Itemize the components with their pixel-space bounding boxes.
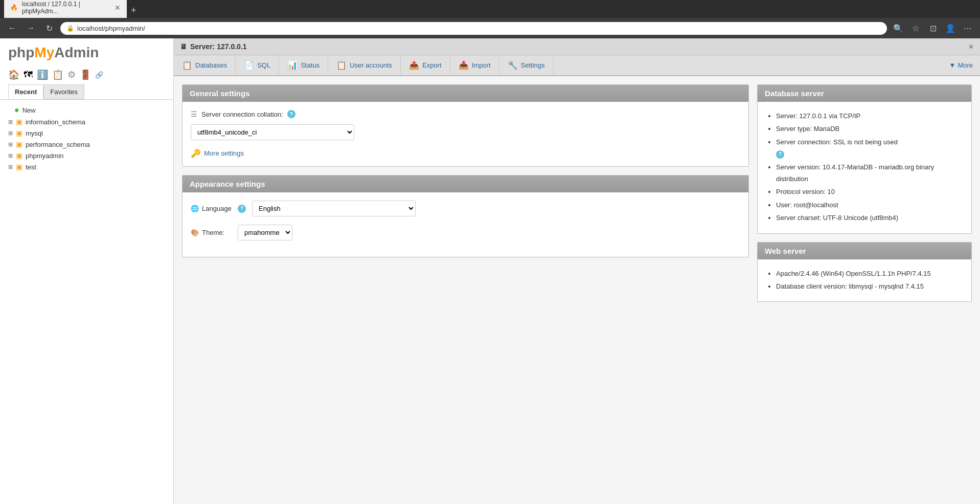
db-name: performance_schema	[26, 141, 90, 148]
tab-search-icon[interactable]: ⊡	[926, 21, 940, 35]
key-icon: 🔑	[191, 148, 201, 158]
web-server-title: Web server	[765, 247, 806, 255]
new-database-item[interactable]: ● New	[0, 104, 173, 116]
collation-select[interactable]: utf8mb4_unicode_ci	[191, 124, 354, 140]
logo-admin: Admin	[54, 45, 99, 60]
list-item[interactable]: ⊞ ▣ information_schema	[0, 116, 173, 127]
database-server-header: Database server	[758, 85, 971, 102]
list-item: Server version: 10.4.17-MariaDB - mariad…	[776, 161, 963, 185]
sidebar-tabs: Recent Favorites	[0, 84, 173, 100]
sidebar: phpMyAdmin 🏠 🗺 ℹ️ 📋 ⚙ 🚪 🔗 Recent Favorit…	[0, 38, 174, 504]
recent-tab[interactable]: Recent	[8, 84, 43, 99]
server-charset: Server charset: UTF-8 Unicode (utf8mb4)	[776, 214, 898, 222]
logo: phpMyAdmin	[8, 45, 99, 60]
info-icon[interactable]: ℹ️	[37, 69, 48, 80]
list-item: Database client version: libmysql - mysq…	[776, 280, 963, 292]
logo-php: php	[8, 45, 34, 60]
database-list: ● New ⊞ ▣ information_schema ⊞ ▣ mysql ⊞…	[0, 100, 173, 504]
import-icon: 📥	[459, 60, 469, 70]
server-connection: Server connection: SSL is not being used	[776, 138, 898, 146]
reload-button[interactable]: ↻	[42, 21, 56, 35]
db-name: phpmyadmin	[26, 152, 63, 160]
sidebar-logo: phpMyAdmin	[0, 38, 173, 67]
list-item[interactable]: ⊞ ▣ phpmyadmin	[0, 150, 173, 161]
language-row: 🌐 Language ? English French German Spani…	[191, 201, 740, 216]
list-item: Server type: MariaDB	[776, 123, 963, 135]
tab-sql[interactable]: 📄 SQL	[236, 55, 279, 75]
tab-close-button[interactable]: ✕	[115, 4, 121, 12]
gear-icon[interactable]: ⚙	[67, 69, 76, 80]
map-icon[interactable]: 🗺	[24, 70, 33, 80]
tab-databases-label: Databases	[195, 61, 227, 69]
forward-button[interactable]: →	[24, 21, 38, 35]
language-label: 🌐 Language	[191, 205, 232, 212]
db-icon: ▣	[16, 163, 22, 171]
browser-chrome: 🔥 localhost / 127.0.0.1 | phpMyAdm... ✕ …	[0, 0, 980, 38]
expand-icon: ⊞	[8, 164, 13, 170]
more-settings-link[interactable]: 🔑 More settings	[191, 148, 740, 158]
copy-icon[interactable]: 📋	[52, 69, 63, 80]
exit-icon[interactable]: 🚪	[80, 69, 91, 80]
star-icon[interactable]: ☆	[908, 21, 923, 35]
list-item: User: root@localhost	[776, 199, 963, 211]
tab-settings-label: Settings	[521, 61, 545, 69]
web-server-header: Web server	[758, 243, 971, 259]
tab-user-accounts[interactable]: 📋 User accounts	[328, 55, 401, 75]
nav-tabs: 📋 Databases 📄 SQL 📊 Status 📋 User accoun…	[174, 55, 980, 76]
database-server-list: Server: 127.0.0.1 via TCP/IP Server type…	[766, 110, 963, 224]
ssl-help-icon[interactable]: ?	[776, 150, 784, 159]
theme-label: 🎨 Theme:	[191, 229, 232, 236]
lock-icon: 🔒	[66, 25, 74, 32]
more-label: More	[958, 61, 973, 69]
list-item[interactable]: ⊞ ▣ mysql	[0, 127, 173, 139]
language-label-text: Language	[202, 205, 232, 212]
tab-import-label: Import	[472, 61, 491, 69]
tab-settings[interactable]: 🔧 Settings	[499, 55, 554, 75]
tab-import[interactable]: 📥 Import	[450, 55, 499, 75]
profile-icon[interactable]: 👤	[943, 21, 958, 35]
address-bar[interactable]: 🔒 localhost/phpmyadmin/	[60, 22, 887, 35]
tab-title: localhost / 127.0.0.1 | phpMyAdm...	[22, 1, 110, 15]
tab-databases[interactable]: 📋 Databases	[174, 55, 236, 75]
web-server-body: Apache/2.4.46 (Win64) OpenSSL/1.1.1h PHP…	[758, 259, 971, 302]
more-settings-label: More settings	[204, 149, 244, 157]
favorites-tab[interactable]: Favorites	[43, 84, 84, 99]
list-item[interactable]: ⊞ ▣ performance_schema	[0, 139, 173, 150]
export-icon: 📤	[409, 60, 419, 70]
menu-icon[interactable]: ⋯	[961, 21, 975, 35]
databases-icon: 📋	[182, 60, 192, 70]
more-arrow-icon: ▼	[949, 61, 956, 69]
theme-select[interactable]: pmahomme original	[238, 225, 292, 240]
back-button[interactable]: ←	[5, 21, 19, 35]
db-icon: ▣	[16, 129, 22, 137]
zoom-icon[interactable]: 🔍	[891, 21, 905, 35]
home-icon[interactable]: 🏠	[8, 69, 19, 80]
db-name: mysql	[26, 129, 43, 137]
tab-status[interactable]: 📊 Status	[279, 55, 328, 75]
language-select[interactable]: English French German Spanish	[252, 201, 416, 216]
appearance-settings-header: Appearance settings	[183, 176, 748, 192]
server-header: 🖥 Server: 127.0.0.1 ✕	[174, 38, 980, 55]
appearance-settings-title: Appearance settings	[190, 180, 265, 188]
new-label: New	[22, 106, 36, 114]
chain-icon[interactable]: 🔗	[95, 71, 103, 79]
server-type: Server type: MariaDB	[776, 125, 839, 133]
new-tab-button[interactable]: +	[127, 5, 141, 16]
theme-label-text: Theme:	[202, 229, 224, 236]
server-user: User: root@localhost	[776, 201, 838, 209]
tab-more[interactable]: ▼ More	[942, 56, 981, 74]
list-item[interactable]: ⊞ ▣ test	[0, 161, 173, 172]
collation-icon: ☰	[191, 110, 197, 118]
general-settings-header: General settings	[183, 85, 748, 102]
collation-help-icon[interactable]: ?	[287, 110, 295, 118]
collapse-icon[interactable]: ✕	[968, 43, 974, 51]
browser-toolbar: ← → ↻ 🔒 localhost/phpmyadmin/ 🔍 ☆ ⊡ 👤 ⋯	[0, 18, 980, 38]
database-server-body: Server: 127.0.0.1 via TCP/IP Server type…	[758, 102, 971, 233]
tab-export[interactable]: 📤 Export	[401, 55, 450, 75]
appearance-settings-body: 🌐 Language ? English French German Spani…	[183, 192, 748, 257]
language-help-icon[interactable]: ?	[238, 205, 246, 213]
browser-tabs: 🔥 localhost / 127.0.0.1 | phpMyAdm... ✕ …	[0, 0, 980, 18]
status-icon: 📊	[287, 60, 298, 70]
active-tab[interactable]: 🔥 localhost / 127.0.0.1 | phpMyAdm... ✕	[4, 0, 127, 18]
main-content: 🖥 Server: 127.0.0.1 ✕ 📋 Databases 📄 SQL …	[174, 38, 980, 504]
